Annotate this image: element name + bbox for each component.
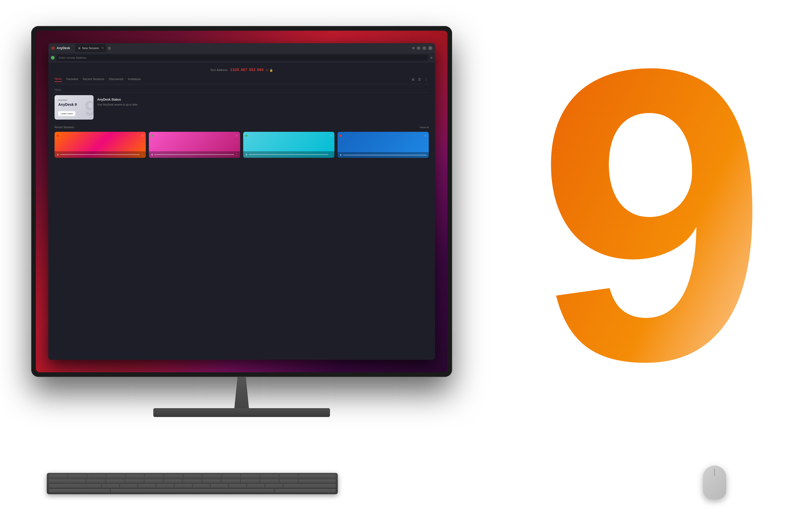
close-button[interactable]: ✕: [428, 46, 432, 50]
session-card-4-bottom: 🖥: [337, 152, 429, 158]
discover-title: AnyDesk 9: [58, 102, 90, 107]
session-cards: ☆ 🖥 ⋮ ☆: [55, 132, 429, 158]
list-view-button[interactable]: ☰: [417, 77, 422, 82]
status-text: Your AnyDesk version is up to date.: [97, 103, 429, 106]
spacebar: [111, 489, 274, 493]
key: [106, 474, 125, 479]
key: [229, 484, 246, 488]
options-button[interactable]: ⋮: [423, 77, 429, 82]
session-card-1[interactable]: ☆ 🖥 ⋮: [55, 132, 146, 158]
key: [49, 484, 101, 488]
main-content: Your Address: 1325 467 352 980 ⟳ 🔒 News …: [48, 62, 435, 360]
key: [247, 484, 264, 488]
new-tab-button[interactable]: ⊞: [108, 46, 111, 50]
session-monitor-icon: 🖥: [339, 154, 342, 156]
key: [49, 474, 67, 479]
news-card-status: AnyDesk Status Your AnyDesk version is u…: [97, 95, 429, 120]
key: [87, 480, 105, 483]
key: [144, 480, 163, 483]
session-star-icon[interactable]: ☆: [141, 134, 144, 137]
nine-logo: 9: [521, 5, 812, 499]
key: [241, 480, 259, 483]
session-card-1-top: ☆: [57, 134, 144, 137]
key: [125, 480, 144, 483]
window-dot: [412, 47, 415, 49]
session-monitor-icon: 🖥: [151, 153, 153, 156]
session-card-2[interactable]: ☆ 🖥 ⋮: [149, 132, 240, 158]
monitor-stand: [31, 377, 452, 417]
session-card-3-bottom: 🖥 ⋮: [243, 151, 334, 158]
session-card-2-bottom: 🖥 ⋮: [149, 151, 240, 158]
session-star-icon[interactable]: ☆: [235, 134, 238, 137]
session-monitor-icon: 🖥: [245, 153, 248, 156]
key: [106, 480, 125, 483]
anydesk-app-window: AnyDesk 🖥 New Session ✕ ⊞ — □ ✕: [48, 43, 435, 360]
key: [184, 474, 202, 479]
session-card-3[interactable]: ☆ 🖥 ⋮: [243, 132, 334, 158]
monitor-frame: AnyDesk 🖥 New Session ✕ ⊞ — □ ✕: [31, 26, 452, 377]
key: [183, 480, 201, 483]
tab-label: New Session: [82, 46, 99, 49]
monitor-base: [153, 408, 330, 417]
monitor: AnyDesk 🖥 New Session ✕ ⊞ — □ ✕: [31, 26, 452, 417]
minimize-button[interactable]: —: [417, 46, 420, 50]
brand-logo: AnyDesk: [51, 46, 73, 50]
session-star-icon[interactable]: ☆: [424, 134, 427, 137]
refresh-icon[interactable]: ⟳: [266, 69, 269, 72]
tab-close-icon[interactable]: ✕: [102, 46, 104, 49]
remote-address-input[interactable]: [57, 55, 428, 61]
session-card-4-top: ☆: [339, 134, 427, 137]
grid-view-button[interactable]: ⊞: [411, 77, 416, 82]
news-cards: Discover AnyDesk 9 Learn more 9 AnyDesk …: [55, 95, 429, 120]
session-status-dot-red: [57, 135, 59, 137]
session-more-icon[interactable]: ⋮: [235, 153, 238, 156]
nav-tabs: News Favorites Recent Sessions Discovere…: [55, 77, 429, 84]
key: [299, 474, 336, 479]
news-card-discover[interactable]: Discover AnyDesk 9 Learn more 9: [55, 95, 93, 120]
session-more-icon[interactable]: ⋮: [141, 153, 144, 156]
brand-name: AnyDesk: [57, 46, 70, 50]
session-bar: [60, 154, 140, 155]
tab-recent-sessions[interactable]: Recent Sessions: [83, 77, 104, 82]
key: [49, 489, 110, 493]
key: [265, 484, 283, 488]
news-section-label: News: [55, 88, 429, 92]
session-card-3-top: ☆: [245, 134, 332, 137]
menu-button[interactable]: ≡: [430, 56, 432, 60]
key: [164, 480, 182, 483]
address-value: 1325 467 352 980: [230, 68, 264, 72]
window-controls: — □ ✕: [412, 46, 432, 50]
session-star-icon[interactable]: ☆: [330, 134, 332, 137]
key: [175, 484, 192, 488]
key-row-4: [49, 489, 336, 493]
learn-more-button[interactable]: Learn more: [58, 111, 75, 116]
session-more-icon[interactable]: ⋮: [330, 153, 332, 156]
svg-text:9: 9: [537, 5, 768, 447]
session-card-1-bottom: 🖥 ⋮: [55, 151, 146, 158]
tab-news[interactable]: News: [55, 77, 62, 82]
show-all-button[interactable]: Show all: [420, 126, 429, 129]
key: [156, 484, 174, 488]
tab-discovered[interactable]: Discovered: [109, 77, 123, 82]
key: [120, 484, 137, 488]
session-status-dot-green: [245, 135, 247, 137]
key: [260, 480, 278, 483]
key: [284, 484, 336, 488]
your-address-section: Your Address: 1325 467 352 980 ⟳ 🔒: [55, 68, 429, 72]
session-monitor-icon: 🖥: [57, 153, 59, 156]
session-card-4[interactable]: ☆ 🖥: [337, 132, 429, 158]
lock-icon: 🔒: [270, 69, 273, 72]
key: [275, 489, 336, 493]
key: [202, 480, 221, 483]
connection-status-icon: [51, 56, 55, 59]
key: [260, 474, 279, 479]
session-bar: [154, 154, 234, 155]
tab-invitations[interactable]: Invitations: [128, 77, 141, 82]
recent-sessions-header: Recent Sessions Show all: [55, 126, 429, 129]
key: [211, 484, 228, 488]
recent-sessions-label: Recent Sessions: [55, 126, 74, 129]
tab-favorites[interactable]: Favorites: [67, 77, 78, 82]
key: [49, 480, 86, 483]
maximize-button[interactable]: □: [422, 46, 426, 50]
new-session-tab[interactable]: 🖥 New Session ✕: [75, 44, 106, 52]
